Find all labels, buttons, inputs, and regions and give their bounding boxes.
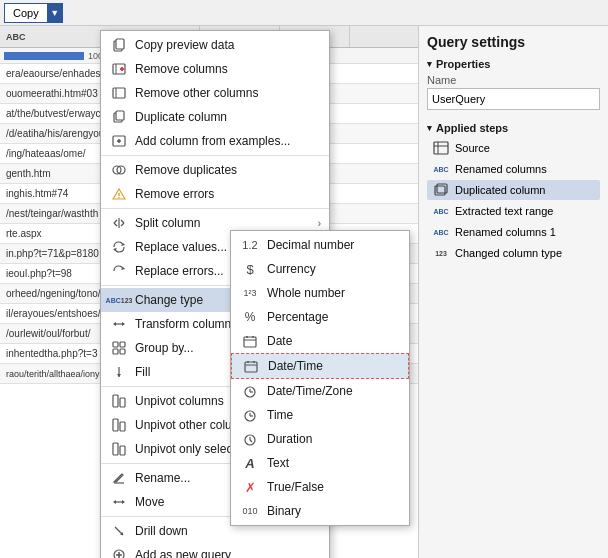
step-item-changed-type[interactable]: 123 Changed column type: [427, 243, 600, 263]
remove-columns-icon: [109, 61, 129, 77]
time-icon: [239, 407, 261, 423]
add-examples-icon: [109, 133, 129, 149]
step-item-renamed1[interactable]: ABC Renamed columns 1: [427, 222, 600, 242]
remove-errors-icon: [109, 186, 129, 202]
svg-rect-35: [120, 342, 125, 347]
drill-down-label: Drill down: [135, 524, 321, 538]
steps-section: ▾ Applied steps Source ABC Renamed colum…: [427, 122, 600, 263]
steps-label: Applied steps: [436, 122, 508, 134]
remove-errors-label: Remove errors: [135, 187, 321, 201]
svg-rect-6: [116, 39, 124, 49]
duplicate-label: Duplicate column: [135, 110, 321, 124]
date-label: Date: [267, 334, 292, 348]
svg-rect-37: [120, 349, 125, 354]
svg-line-24: [114, 220, 117, 223]
step-renamed1-label: Renamed columns 1: [455, 226, 556, 238]
step-changed-icon: 123: [431, 245, 451, 261]
percentage-label: Percentage: [267, 310, 328, 324]
step-dup-label: Duplicated column: [455, 184, 546, 196]
svg-rect-36: [113, 349, 118, 354]
datetimezone-label: Date/Time/Zone: [267, 384, 353, 398]
copy-dropdown[interactable]: Copy ▼: [4, 3, 63, 23]
date-icon: [239, 333, 261, 349]
text-label: Text: [267, 456, 289, 470]
menu-item-remove-errors[interactable]: Remove errors: [101, 182, 329, 206]
datetime-icon: [240, 358, 262, 374]
menu-item-add-examples[interactable]: Add column from examples...: [101, 129, 329, 153]
submenu-text[interactable]: A Text: [231, 451, 409, 475]
replace-errors-icon: [109, 263, 129, 279]
step-item-extracted[interactable]: ABC Extracted text range: [427, 201, 600, 221]
properties-header[interactable]: ▾ Properties: [427, 58, 600, 70]
decimal-label: Decimal number: [267, 238, 354, 252]
group-by-icon: [109, 340, 129, 356]
svg-line-71: [250, 440, 252, 442]
duplicate-icon: [109, 109, 129, 125]
menu-item-duplicate[interactable]: Duplicate column: [101, 105, 329, 129]
svg-marker-39: [117, 374, 121, 377]
menu-item-add-query[interactable]: Add as new query: [101, 543, 329, 558]
submenu-percentage[interactable]: % Percentage: [231, 305, 409, 329]
menu-item-copy-preview[interactable]: Copy preview data: [101, 33, 329, 57]
menu-item-remove-dupes[interactable]: Remove duplicates: [101, 158, 329, 182]
steps-header[interactable]: ▾ Applied steps: [427, 122, 600, 134]
svg-rect-42: [113, 419, 118, 431]
split-icon: [109, 215, 129, 231]
svg-marker-48: [113, 500, 116, 504]
svg-rect-41: [120, 398, 125, 407]
svg-marker-32: [122, 322, 125, 326]
add-query-icon: [109, 547, 129, 558]
svg-marker-33: [113, 322, 116, 326]
query-panel: Query settings ▾ Properties Name ▾ Appli…: [418, 26, 608, 558]
remove-dupes-label: Remove duplicates: [135, 163, 321, 177]
add-examples-label: Add column from examples...: [135, 134, 321, 148]
name-input[interactable]: [427, 88, 600, 110]
copy-main-btn[interactable]: Copy: [4, 3, 47, 23]
submenu-decimal[interactable]: 1.2 Decimal number: [231, 233, 409, 257]
whole-icon: 1²3: [239, 285, 261, 301]
split-arrow: ›: [318, 218, 321, 229]
query-panel-title: Query settings: [427, 34, 600, 50]
unpivot-selected-icon: [109, 441, 129, 457]
step-extracted-icon: ABC: [431, 203, 451, 219]
currency-label: Currency: [267, 262, 316, 276]
svg-line-25: [114, 223, 117, 226]
step-item-source[interactable]: Source: [427, 138, 600, 158]
svg-rect-34: [113, 342, 118, 347]
menu-item-remove-other[interactable]: Remove other columns: [101, 81, 329, 105]
step-renamed-icon: ABC: [431, 161, 451, 177]
submenu-datetimezone[interactable]: Date/Time/Zone: [231, 379, 409, 403]
type-submenu: 1.2 Decimal number $ Currency 1²3 Whole …: [230, 230, 410, 526]
pct-bar-1: [4, 52, 84, 60]
svg-line-27: [121, 223, 124, 226]
copy-arrow-btn[interactable]: ▼: [47, 3, 63, 23]
move-icon: [109, 494, 129, 510]
submenu-datetime[interactable]: Date/Time: [231, 353, 409, 379]
duration-label: Duration: [267, 432, 312, 446]
step-renamed-label: Renamed columns: [455, 163, 547, 175]
submenu-binary[interactable]: 010 Binary: [231, 499, 409, 523]
submenu-truefalse[interactable]: ✗ True/False: [231, 475, 409, 499]
svg-rect-45: [120, 446, 125, 455]
change-type-icon: ABC123: [109, 292, 129, 308]
add-query-label: Add as new query: [135, 548, 321, 558]
duration-icon: [239, 431, 261, 447]
svg-line-26: [121, 220, 124, 223]
menu-item-remove-columns[interactable]: Remove columns: [101, 57, 329, 81]
remove-other-icon: [109, 85, 129, 101]
binary-label: Binary: [267, 504, 301, 518]
step-changed-label: Changed column type: [455, 247, 562, 259]
chevron-icon: ▾: [427, 123, 432, 133]
unpivot-icon: [109, 393, 129, 409]
svg-rect-11: [113, 88, 125, 98]
fill-icon: [109, 364, 129, 380]
submenu-duration[interactable]: Duration: [231, 427, 409, 451]
properties-section: ▾ Properties Name: [427, 58, 600, 110]
separator-2: [101, 208, 329, 209]
submenu-date[interactable]: Date: [231, 329, 409, 353]
submenu-currency[interactable]: $ Currency: [231, 257, 409, 281]
step-item-renamed-cols[interactable]: ABC Renamed columns: [427, 159, 600, 179]
step-item-duplicated[interactable]: Duplicated column: [427, 180, 600, 200]
submenu-time[interactable]: Time: [231, 403, 409, 427]
submenu-whole[interactable]: 1²3 Whole number: [231, 281, 409, 305]
